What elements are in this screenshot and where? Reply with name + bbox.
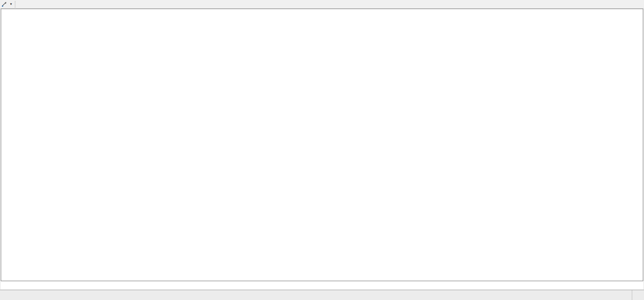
tab-scroll-arrows [632,290,644,300]
timeframe-toolbar: ▼ [0,0,644,9]
chart-canvas[interactable] [1,9,643,281]
toolbar-grip-icon[interactable] [15,1,16,7]
tab-strip [0,290,632,300]
chart-window [1,9,643,281]
line-studies-icon[interactable] [0,1,8,8]
mt4-terminal: { "toolbar": { "timeframes": [ {"label":… [0,0,644,300]
chart-tab-bar [0,290,644,300]
date-axis[interactable] [1,281,643,289]
dropdown-arrow-icon[interactable]: ▼ [8,2,14,6]
